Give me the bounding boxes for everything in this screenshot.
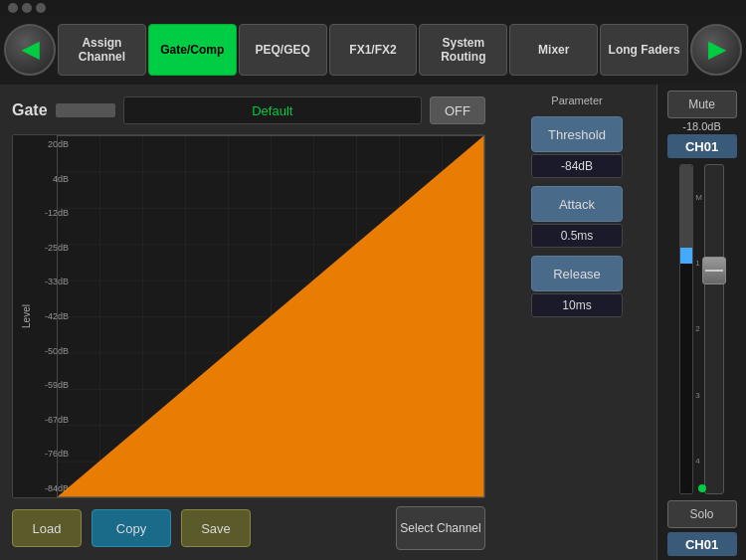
threshold-value: -84dB	[531, 154, 623, 178]
load-button[interactable]: Load	[12, 509, 82, 547]
graph-canvas	[57, 135, 484, 497]
release-label: Release	[553, 267, 601, 281]
tab-fx1-fx2[interactable]: FX1/FX2	[329, 24, 418, 76]
next-icon: ▶	[708, 37, 725, 63]
db-value-label: -18.0dB	[682, 120, 721, 132]
fader-knob-line	[705, 270, 723, 272]
bottom-buttons: Load Copy Save Select Channel	[12, 506, 485, 550]
channel-label-bottom: CH01	[667, 532, 737, 556]
release-group: Release 10ms	[505, 256, 649, 317]
scale-4: 4	[695, 457, 702, 466]
gate-preset-display: Default	[123, 96, 422, 124]
threshold-button[interactable]: Threshold	[531, 116, 623, 152]
solo-button[interactable]: Solo	[667, 500, 737, 528]
prev-icon: ◀	[22, 37, 39, 63]
scale-2: 2	[695, 324, 702, 333]
tab-gate-comp[interactable]: Gate/Comp	[148, 24, 237, 76]
attack-label: Attack	[559, 197, 595, 212]
gate-preset-bar	[56, 103, 115, 117]
left-panel: Gate Default OFF Level 20dB 4dB -12dB -2…	[0, 85, 497, 560]
tab-assign-channel[interactable]: Assign Channel	[58, 24, 146, 76]
scale-3: 3	[695, 391, 702, 400]
mute-label: Mute	[688, 97, 715, 111]
prev-button[interactable]: ◀	[4, 24, 56, 76]
meter-fill-blue	[680, 248, 692, 265]
tab-mixer[interactable]: Mixer	[509, 24, 598, 76]
release-value-text: 10ms	[562, 298, 591, 312]
level-meter	[679, 164, 693, 494]
select-channel-button[interactable]: Select Channel	[396, 506, 485, 550]
load-label: Load	[33, 521, 62, 536]
navigation-bar: ◀ Assign Channel Gate/Comp PEQ/GEQ FX1/F…	[0, 15, 746, 85]
gate-header: Gate Default OFF	[12, 94, 485, 126]
traffic-light-3	[36, 3, 46, 13]
parameter-panel: Parameter Threshold -84dB Attack 0.5ms R…	[497, 85, 656, 560]
attack-value-text: 0.5ms	[561, 229, 594, 243]
scale-1: 1	[695, 259, 702, 268]
main-content: Gate Default OFF Level 20dB 4dB -12dB -2…	[0, 85, 746, 560]
gate-off-label: OFF	[445, 103, 470, 118]
solo-label: Solo	[689, 507, 713, 521]
gate-preset-label: Default	[252, 103, 292, 118]
threshold-group: Threshold -84dB	[505, 116, 649, 178]
next-button[interactable]: ▶	[690, 24, 742, 76]
save-label: Save	[201, 521, 231, 536]
attack-button[interactable]: Attack	[531, 186, 623, 222]
tab-long-faders[interactable]: Long Faders	[600, 24, 688, 76]
release-value: 10ms	[531, 293, 623, 317]
attack-group: Attack 0.5ms	[505, 186, 649, 248]
select-channel-label: Select Channel	[400, 521, 480, 535]
channel-strip: Mute -18.0dB CH01 M 1 2 3 4	[656, 85, 746, 560]
gate-off-button[interactable]: OFF	[430, 96, 485, 124]
green-indicator	[698, 484, 706, 492]
traffic-light-1	[8, 3, 18, 13]
traffic-light-2	[22, 3, 32, 13]
gate-graph-svg	[57, 135, 484, 497]
fader-track	[704, 164, 724, 494]
attack-value: 0.5ms	[531, 224, 623, 248]
parameter-section-label: Parameter	[505, 94, 649, 106]
release-button[interactable]: Release	[531, 256, 623, 291]
channel-label-top: CH01	[667, 134, 737, 158]
threshold-value-text: -84dB	[561, 159, 593, 173]
scale-labels: M 1 2 3 4	[695, 162, 702, 496]
fader-area: M 1 2 3 4	[657, 158, 746, 500]
save-button[interactable]: Save	[181, 509, 251, 547]
copy-button[interactable]: Copy	[92, 509, 171, 547]
threshold-label: Threshold	[548, 127, 606, 142]
tab-system-routing[interactable]: System Routing	[419, 24, 507, 76]
scale-m: M	[695, 193, 702, 202]
gate-title: Gate	[12, 101, 48, 119]
gate-graph: Level 20dB 4dB -12dB -25dB -33dB -42dB -…	[12, 134, 485, 498]
tab-peq-geq[interactable]: PEQ/GEQ	[239, 24, 327, 76]
mute-button[interactable]: Mute	[667, 91, 737, 118]
fader-knob[interactable]	[702, 257, 726, 284]
copy-label: Copy	[116, 521, 146, 536]
top-bar	[0, 0, 746, 15]
